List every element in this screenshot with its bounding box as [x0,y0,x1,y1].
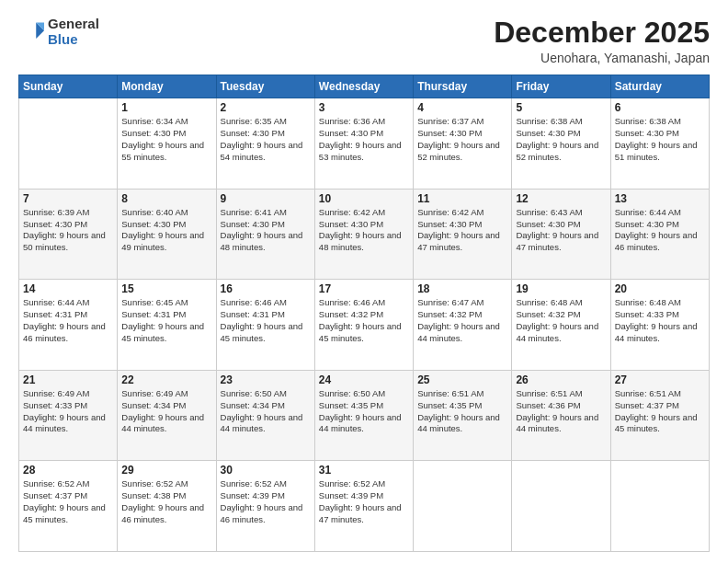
cell-sun-info: Sunrise: 6:39 AMSunset: 4:30 PMDaylight:… [23,207,113,254]
weekday-header-wednesday: Wednesday [314,75,413,98]
cell-sun-info: Sunrise: 6:49 AMSunset: 4:34 PMDaylight:… [121,388,211,435]
cell-sun-info: Sunrise: 6:46 AMSunset: 4:31 PMDaylight:… [221,297,311,344]
day-number: 15 [121,282,211,295]
cell-sun-info: Sunrise: 6:40 AMSunset: 4:30 PMDaylight:… [121,207,211,254]
cell-sun-info: Sunrise: 6:41 AMSunset: 4:30 PMDaylight:… [221,207,311,254]
week-row-3: 14Sunrise: 6:44 AMSunset: 4:31 PMDayligh… [19,280,710,371]
day-number: 23 [221,373,311,386]
calendar-cell: 1Sunrise: 6:34 AMSunset: 4:30 PMDaylight… [118,98,216,190]
day-number: 30 [221,464,311,477]
day-number: 5 [516,101,606,114]
calendar-cell: 31Sunrise: 6:52 AMSunset: 4:39 PMDayligh… [314,461,413,552]
page: General Blue December 2025 Uenohara, Yam… [0,0,728,563]
weekday-header-saturday: Saturday [610,75,709,98]
cell-sun-info: Sunrise: 6:46 AMSunset: 4:32 PMDaylight:… [319,297,409,344]
cell-sun-info: Sunrise: 6:42 AMSunset: 4:30 PMDaylight:… [319,207,409,254]
calendar-cell: 21Sunrise: 6:49 AMSunset: 4:33 PMDayligh… [19,370,118,461]
day-number: 19 [516,282,606,295]
weekday-header-thursday: Thursday [414,75,512,98]
day-number: 29 [121,464,211,477]
day-number: 18 [417,282,507,295]
logo: General Blue [18,17,99,47]
cell-sun-info: Sunrise: 6:49 AMSunset: 4:33 PMDaylight:… [23,388,113,435]
day-number: 21 [23,373,113,386]
calendar-cell: 3Sunrise: 6:36 AMSunset: 4:30 PMDaylight… [314,98,413,190]
calendar-cell [414,461,512,552]
cell-sun-info: Sunrise: 6:34 AMSunset: 4:30 PMDaylight:… [121,116,211,163]
cell-sun-info: Sunrise: 6:36 AMSunset: 4:30 PMDaylight:… [319,116,409,163]
day-number: 11 [417,192,507,205]
calendar-cell: 16Sunrise: 6:46 AMSunset: 4:31 PMDayligh… [216,280,314,371]
header: General Blue December 2025 Uenohara, Yam… [18,17,710,65]
calendar-cell [512,461,610,552]
calendar-table: SundayMondayTuesdayWednesdayThursdayFrid… [18,75,710,552]
weekday-header-row: SundayMondayTuesdayWednesdayThursdayFrid… [19,75,710,98]
day-number: 3 [319,101,409,114]
cell-sun-info: Sunrise: 6:51 AMSunset: 4:36 PMDaylight:… [516,388,606,435]
day-number: 16 [221,282,311,295]
weekday-header-tuesday: Tuesday [216,75,314,98]
calendar-cell: 10Sunrise: 6:42 AMSunset: 4:30 PMDayligh… [314,189,413,280]
calendar-cell: 26Sunrise: 6:51 AMSunset: 4:36 PMDayligh… [512,370,610,461]
cell-sun-info: Sunrise: 6:52 AMSunset: 4:37 PMDaylight:… [23,478,113,525]
weekday-header-monday: Monday [118,75,216,98]
calendar-cell: 5Sunrise: 6:38 AMSunset: 4:30 PMDaylight… [512,98,610,190]
cell-sun-info: Sunrise: 6:50 AMSunset: 4:34 PMDaylight:… [221,388,311,435]
cell-sun-info: Sunrise: 6:52 AMSunset: 4:38 PMDaylight:… [121,478,211,525]
cell-sun-info: Sunrise: 6:52 AMSunset: 4:39 PMDaylight:… [221,478,311,525]
calendar-cell: 4Sunrise: 6:37 AMSunset: 4:30 PMDaylight… [414,98,512,190]
cell-sun-info: Sunrise: 6:42 AMSunset: 4:30 PMDaylight:… [417,207,507,254]
cell-sun-info: Sunrise: 6:45 AMSunset: 4:31 PMDaylight:… [121,297,211,344]
calendar-cell: 2Sunrise: 6:35 AMSunset: 4:30 PMDaylight… [216,98,314,190]
day-number: 6 [615,101,705,114]
cell-sun-info: Sunrise: 6:44 AMSunset: 4:30 PMDaylight:… [615,207,705,254]
week-row-4: 21Sunrise: 6:49 AMSunset: 4:33 PMDayligh… [19,370,710,461]
day-number: 13 [615,192,705,205]
cell-sun-info: Sunrise: 6:44 AMSunset: 4:31 PMDaylight:… [23,297,113,344]
logo-general: General [48,17,99,32]
week-row-5: 28Sunrise: 6:52 AMSunset: 4:37 PMDayligh… [19,461,710,552]
month-title: December 2025 [494,17,710,49]
day-number: 26 [516,373,606,386]
calendar-cell: 29Sunrise: 6:52 AMSunset: 4:38 PMDayligh… [118,461,216,552]
day-number: 9 [221,192,311,205]
calendar-cell: 17Sunrise: 6:46 AMSunset: 4:32 PMDayligh… [314,280,413,371]
title-block: December 2025 Uenohara, Yamanashi, Japan [494,17,710,65]
day-number: 22 [121,373,211,386]
day-number: 31 [319,464,409,477]
day-number: 7 [23,192,113,205]
calendar-cell: 30Sunrise: 6:52 AMSunset: 4:39 PMDayligh… [216,461,314,552]
day-number: 27 [615,373,705,386]
calendar-cell: 7Sunrise: 6:39 AMSunset: 4:30 PMDaylight… [19,189,118,280]
calendar-cell: 18Sunrise: 6:47 AMSunset: 4:32 PMDayligh… [414,280,512,371]
cell-sun-info: Sunrise: 6:43 AMSunset: 4:30 PMDaylight:… [516,207,606,254]
calendar-cell: 20Sunrise: 6:48 AMSunset: 4:33 PMDayligh… [610,280,709,371]
day-number: 24 [319,373,409,386]
weekday-header-sunday: Sunday [19,75,118,98]
cell-sun-info: Sunrise: 6:52 AMSunset: 4:39 PMDaylight:… [319,478,409,525]
cell-sun-info: Sunrise: 6:47 AMSunset: 4:32 PMDaylight:… [417,297,507,344]
day-number: 8 [121,192,211,205]
day-number: 20 [615,282,705,295]
cell-sun-info: Sunrise: 6:37 AMSunset: 4:30 PMDaylight:… [417,116,507,163]
cell-sun-info: Sunrise: 6:38 AMSunset: 4:30 PMDaylight:… [615,116,705,163]
cell-sun-info: Sunrise: 6:35 AMSunset: 4:30 PMDaylight:… [221,116,311,163]
calendar-cell: 27Sunrise: 6:51 AMSunset: 4:37 PMDayligh… [610,370,709,461]
location: Uenohara, Yamanashi, Japan [494,51,710,65]
calendar-cell: 8Sunrise: 6:40 AMSunset: 4:30 PMDaylight… [118,189,216,280]
day-number: 17 [319,282,409,295]
cell-sun-info: Sunrise: 6:38 AMSunset: 4:30 PMDaylight:… [516,116,606,163]
calendar-cell: 6Sunrise: 6:38 AMSunset: 4:30 PMDaylight… [610,98,709,190]
calendar-cell: 13Sunrise: 6:44 AMSunset: 4:30 PMDayligh… [610,189,709,280]
calendar-cell: 25Sunrise: 6:51 AMSunset: 4:35 PMDayligh… [414,370,512,461]
day-number: 28 [23,464,113,477]
calendar-cell: 11Sunrise: 6:42 AMSunset: 4:30 PMDayligh… [414,189,512,280]
cell-sun-info: Sunrise: 6:48 AMSunset: 4:33 PMDaylight:… [615,297,705,344]
weekday-header-friday: Friday [512,75,610,98]
logo-text: General Blue [48,17,99,47]
calendar-cell: 19Sunrise: 6:48 AMSunset: 4:32 PMDayligh… [512,280,610,371]
day-number: 10 [319,192,409,205]
day-number: 4 [417,101,507,114]
day-number: 12 [516,192,606,205]
logo-blue: Blue [48,32,99,48]
